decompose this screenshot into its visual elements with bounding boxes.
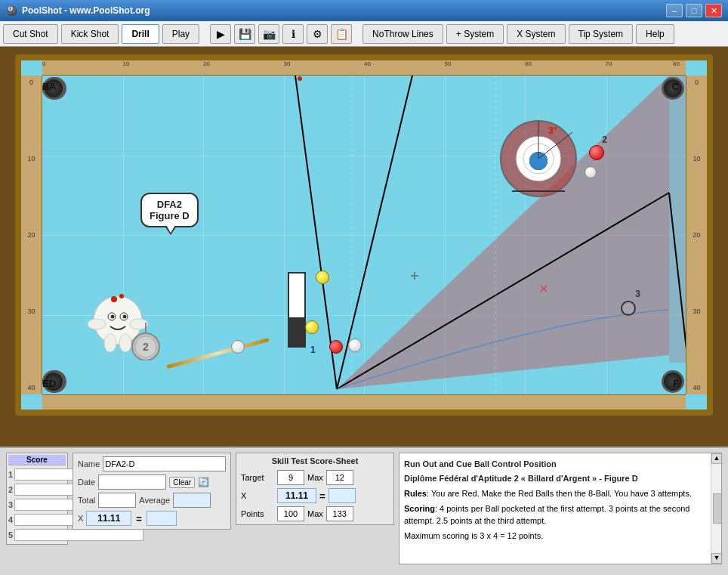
svg-point-32: [104, 334, 116, 352]
break-spot: [298, 76, 302, 81]
target-row: Target Max: [241, 470, 389, 485]
scroll-down-button[interactable]: ▼: [711, 553, 722, 564]
title-bar: 🎱 PoolShot - www.PoolShot.org – □ ✕: [0, 0, 728, 21]
close-button[interactable]: ✕: [705, 4, 722, 17]
red-ball-2[interactable]: [589, 145, 604, 160]
medal-svg: 2: [129, 323, 162, 360]
skill-test-panel: Skill Test Score-Sheet Target Max X 11.1…: [236, 453, 394, 525]
speech-line2: Figure D: [150, 210, 190, 221]
x-system-button[interactable]: X System: [507, 24, 565, 44]
score-input-5[interactable]: [14, 529, 143, 541]
ball-ring-3[interactable]: [621, 301, 636, 316]
save-icon-button[interactable]: 💾: [234, 24, 255, 44]
x-value: 11.11: [86, 511, 131, 526]
main-area: Drills 0 10 20 30 40 50 60 70 80: [0, 47, 728, 575]
desc-subtitle: Diplôme Fédéral d'Aptitude 2 « Billard d…: [404, 472, 708, 485]
svg-text:2: 2: [143, 341, 149, 353]
play-button[interactable]: Play: [162, 24, 199, 44]
red-ball-1[interactable]: [329, 340, 343, 354]
scroll-up-button[interactable]: ▲: [711, 453, 722, 464]
yellow-ball-1[interactable]: [316, 270, 329, 284]
speech-line1: DFA2: [150, 199, 190, 210]
medal: 2: [129, 323, 162, 363]
svg-point-28: [111, 315, 115, 319]
refresh-icon[interactable]: 🔄: [198, 477, 209, 487]
score-rows: Score 1 2 3 4 5: [6, 453, 68, 545]
label-b: B: [42, 81, 49, 92]
angle-indicator: 3°: [497, 117, 580, 200]
plus-system-button[interactable]: + System: [446, 24, 504, 44]
max-input[interactable]: [326, 470, 353, 485]
svg-text:3°: 3°: [548, 125, 557, 136]
date-input[interactable]: [98, 475, 166, 490]
ruler-top: 0 10 20 30 40 50 60 70 80: [42, 60, 686, 76]
desc-max: Maximum scoring is 3 x 4 = 12 points.: [404, 530, 708, 543]
points-input[interactable]: [277, 506, 304, 521]
score-row-3: 3: [8, 497, 66, 512]
score-row-1: 1: [8, 467, 66, 482]
eq-skill: =: [319, 490, 325, 502]
average-input[interactable]: [173, 493, 211, 508]
name-input[interactable]: [103, 456, 226, 471]
title-bar-controls: – □ ✕: [666, 4, 722, 17]
help-button[interactable]: Help: [636, 24, 674, 44]
scroll-thumb[interactable]: [713, 493, 722, 524]
window-title: PoolShot - www.PoolShot.org: [22, 5, 150, 16]
score-row-4: 4: [8, 512, 66, 527]
striped-ball[interactable]: [348, 339, 362, 352]
svg-point-24: [111, 296, 117, 302]
clipboard-icon-button[interactable]: 📋: [331, 24, 352, 44]
date-label: Date: [78, 478, 95, 487]
target-input[interactable]: [277, 470, 304, 485]
play-icon-button[interactable]: ▶: [210, 24, 231, 44]
settings-icon-button[interactable]: ⚙: [307, 24, 328, 44]
bar-fill: [289, 317, 304, 346]
app-icon: 🎱: [6, 5, 17, 16]
max-label: Max: [307, 473, 323, 482]
name-label: Name: [78, 459, 100, 468]
tip-system-button[interactable]: Tip System: [569, 24, 634, 44]
ball-label-2: 2: [602, 134, 607, 145]
skill-test-title: Skill Test Score-Sheet: [241, 456, 389, 465]
ball-label-1: 1: [310, 345, 316, 355]
score-panel: Score 1 2 3 4 5: [0, 447, 728, 575]
points-row: Points Max: [241, 506, 389, 521]
average-label: Average: [139, 496, 170, 505]
label-f: F: [673, 378, 679, 389]
name-row: Name: [78, 456, 226, 471]
kick-shot-button[interactable]: Kick Shot: [61, 24, 119, 44]
score-row-2: 2: [8, 482, 66, 497]
desc-title: Run Out and Cue Ball Control Position: [404, 458, 708, 471]
svg-point-25: [119, 294, 124, 298]
play-field[interactable]: 3°: [42, 76, 686, 394]
points-max-input[interactable]: [326, 506, 353, 521]
label-a: A: [49, 81, 56, 92]
camera-icon-button[interactable]: 📷: [258, 24, 279, 44]
description-panel: Run Out and Cue Ball Control Position Di…: [399, 453, 722, 564]
menu-bar: Cut Shot Kick Shot Drill Play ▶ 💾 📷 ℹ ⚙ …: [0, 21, 728, 47]
scoring-label: Scoring: [404, 504, 435, 513]
cue-ball[interactable]: [231, 340, 245, 354]
total-input[interactable]: [98, 493, 136, 508]
table-container: Drills 0 10 20 30 40 50 60 70 80: [0, 47, 728, 447]
ball-label-3: 3: [635, 289, 640, 299]
x-row: X 11.11 =: [78, 511, 226, 526]
yellow-ball-2[interactable]: [305, 320, 319, 334]
cut-shot-button[interactable]: Cut Shot: [3, 24, 58, 44]
scrollbar[interactable]: ▲ ▼: [711, 453, 721, 564]
nothrow-lines-button[interactable]: NoThrow Lines: [362, 24, 443, 44]
white-ball-2[interactable]: [585, 166, 597, 178]
info-icon-button[interactable]: ℹ: [282, 24, 304, 44]
maximize-button[interactable]: □: [686, 4, 702, 17]
clear-button[interactable]: Clear: [169, 477, 195, 488]
label-d: D: [49, 378, 56, 389]
drill-button[interactable]: Drill: [122, 24, 159, 44]
x-value-skill: 11.11: [277, 488, 316, 503]
x-label-skill: X: [241, 491, 274, 500]
eq-result: [147, 511, 177, 526]
minimize-button[interactable]: –: [666, 4, 683, 17]
eq-result-skill: [329, 488, 356, 503]
rules-label: Rules: [404, 489, 427, 498]
label-c: C: [672, 81, 679, 92]
rules-text: : You are Red. Make the Red Balls then t…: [427, 489, 692, 498]
